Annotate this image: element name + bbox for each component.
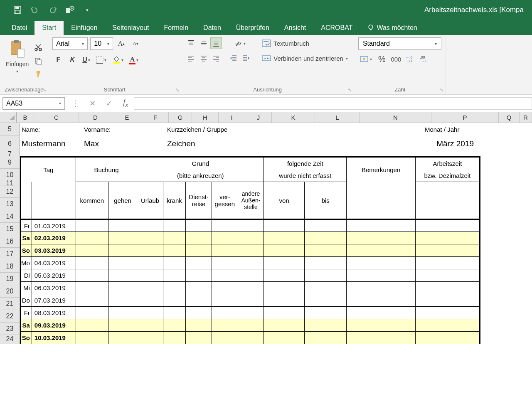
cell-vorname-value[interactable]: Max [82,135,165,152]
tab-home[interactable]: Start [34,21,64,35]
column-header-N[interactable]: N [360,112,431,123]
column-header-E[interactable]: E [112,112,142,123]
col-header-arbeit2[interactable]: bzw. Dezimalzeit [415,170,480,182]
cell[interactable] [264,319,305,332]
cell[interactable] [305,219,347,232]
column-header-I[interactable]: I [219,112,245,123]
tab-data[interactable]: Daten [196,21,229,35]
cell[interactable] [305,257,347,269]
cell[interactable] [137,232,163,244]
column-header-L[interactable]: L [315,112,360,123]
cell[interactable] [347,307,415,319]
col-header-vergessen[interactable]: ver- gessen [212,182,238,219]
cell[interactable]: 05.03.2019 [32,269,76,282]
cell[interactable]: 03.03.2019 [32,244,76,257]
formula-input[interactable] [134,97,532,110]
cell[interactable] [137,294,163,307]
decrease-font-button[interactable]: A▾ [130,38,141,49]
cell[interactable] [212,232,238,244]
cell[interactable] [163,332,185,344]
cell[interactable] [108,257,137,269]
cell[interactable] [238,332,264,344]
border-button[interactable]: ▾ [94,54,108,66]
cell[interactable] [108,244,137,257]
cut-button[interactable] [33,42,44,53]
cell[interactable] [76,307,108,319]
font-color-button[interactable]: A▾ [128,54,140,66]
cell[interactable]: Di [21,269,32,282]
col-header-bemerkungen[interactable]: Bemerkungen [347,157,415,182]
insert-function-button[interactable]: fx [117,97,134,110]
merge-center-button[interactable]: Verbinden und zentrieren ▾ [260,52,350,64]
clipboard-launcher-icon[interactable]: ⤡ [41,87,47,93]
fill-color-button[interactable]: ▾ [111,54,125,66]
format-painter-button[interactable] [33,69,44,80]
column-header-D[interactable]: D [79,112,112,123]
cell[interactable] [415,282,480,294]
cell[interactable] [137,269,163,282]
cell[interactable] [415,244,480,257]
cell-kurz-label[interactable]: Kurzzeichen / Gruppe [165,123,265,135]
cell[interactable] [137,332,163,344]
decrease-indent-button[interactable] [228,52,239,64]
cell[interactable] [305,244,347,257]
cell[interactable] [163,319,185,332]
paste-button[interactable]: Einfügen ▾ [4,37,30,85]
cell[interactable] [108,269,137,282]
cell[interactable] [163,232,185,244]
cell[interactable] [137,257,163,269]
cell[interactable] [264,269,305,282]
column-header-F[interactable]: F [142,112,169,123]
cell[interactable]: So [21,244,32,257]
tab-acrobat[interactable]: ACROBAT [313,21,360,35]
cell[interactable] [305,319,347,332]
cell[interactable]: 04.03.2019 [32,257,76,269]
cell[interactable] [186,332,212,344]
tab-layout[interactable]: Seitenlayout [105,21,156,35]
cell[interactable] [163,294,185,307]
column-header-J[interactable]: J [245,112,272,123]
cell[interactable]: 09.03.2019 [32,319,76,332]
cell[interactable] [163,307,185,319]
cell[interactable] [137,244,163,257]
cell[interactable]: Fr [21,219,32,232]
cell[interactable] [347,332,415,344]
cells-area[interactable]: Name: Vorname: Kurzzeichen / Gruppe Mona… [20,123,532,344]
col-header-krank[interactable]: krank [163,182,185,219]
tab-tell-me[interactable]: Was möchten [360,21,424,35]
col-header-buchung[interactable]: Buchung [76,157,137,182]
cell[interactable] [264,257,305,269]
column-header-G[interactable]: G [169,112,192,123]
cell[interactable] [76,319,108,332]
cell[interactable] [347,269,415,282]
cell[interactable]: Mi [21,282,32,294]
cell[interactable] [163,257,185,269]
cell[interactable]: So [21,332,32,344]
cell[interactable] [415,232,480,244]
cell[interactable] [212,257,238,269]
bold-button[interactable]: F [52,54,64,66]
redo-icon[interactable] [47,5,57,15]
column-header-R[interactable]: R [520,112,532,123]
cell[interactable] [137,319,163,332]
col-header-dienstreise[interactable]: Dienst- reise [186,182,212,219]
cell-monat-value[interactable]: März 2019 [423,135,515,152]
col-header-tag[interactable]: Tag [21,157,76,182]
col-header-von[interactable]: von [264,182,305,219]
cell[interactable] [212,332,238,344]
select-all-corner[interactable] [0,112,17,123]
cell[interactable] [238,319,264,332]
tab-file[interactable]: Datei [4,21,34,35]
alignment-launcher-icon[interactable]: ⤡ [347,87,353,93]
cell[interactable]: 08.03.2019 [32,307,76,319]
cell[interactable] [264,294,305,307]
tab-insert[interactable]: Einfügen [64,21,105,35]
font-launcher-icon[interactable]: ⤡ [174,87,180,93]
cell-vorname-label[interactable]: Vorname: [82,123,165,135]
column-header-C[interactable]: C [34,112,79,123]
cell[interactable] [347,282,415,294]
undo-icon[interactable] [30,5,40,15]
cell[interactable] [212,319,238,332]
cell[interactable] [163,219,185,232]
cell[interactable] [415,307,480,319]
